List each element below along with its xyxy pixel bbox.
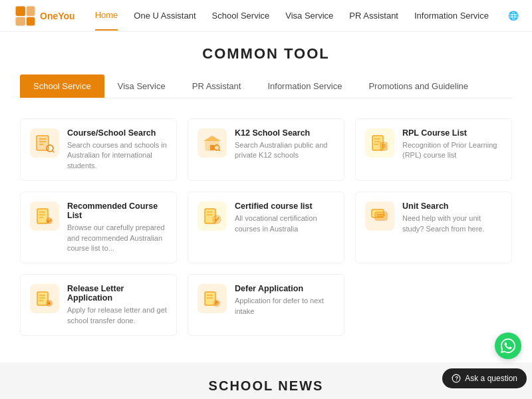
nav-visa-service[interactable]: Visa Service [285,1,333,30]
tab-pr-assistant[interactable]: PR Assistant [179,74,255,98]
release-letter-desc: Apply for release letter and get school … [67,305,167,326]
rpl-list-desc: Recognition of Prior Learning (RPL) cour… [402,140,502,161]
whatsapp-icon [501,338,515,353]
common-tool-section: COMMON TOOL School Service Visa Service … [0,32,532,362]
card-k12-search[interactable]: K12 School Search Search Australian publ… [188,118,344,181]
svg-text:?: ? [456,376,459,382]
course-search-desc: Search courses and schools in Australian… [67,140,167,171]
nav-information-service[interactable]: Information Service [414,1,489,30]
logo-icon [13,4,37,28]
common-tool-title: COMMON TOOL [20,45,512,63]
news-title: SCHOOL NEWS [20,378,512,394]
defer-app-icon [198,284,227,313]
nav-one-u-assistant[interactable]: One U Assistant [134,1,196,30]
certified-list-desc: All vocational certification courses in … [235,213,334,234]
rpl-list-text: RPL Course List Recognition of Prior Lea… [402,128,502,161]
recommended-list-text: Recommended Course List Browse our caref… [67,201,167,253]
svg-rect-21 [380,142,387,150]
logo-area[interactable]: OneYou [13,4,75,28]
certified-list-title: Certified course list [235,201,334,211]
tab-information-service[interactable]: Information Service [254,74,355,98]
svg-rect-4 [27,17,35,25]
k12-search-title: K12 School Search [235,128,334,138]
tab-school-service[interactable]: School Service [20,74,104,98]
unit-search-text: Unit Search Need help with your unit stu… [402,201,502,234]
nav-school-service[interactable]: School Service [212,1,270,30]
certified-list-icon [198,201,227,231]
svg-rect-1 [16,6,25,15]
language-icon[interactable]: 🌐 [508,11,519,21]
k12-search-icon [198,128,227,158]
logo-text: OneYou [40,11,75,21]
tab-promotions[interactable]: Promotions and Guideline [355,74,481,98]
course-search-text: Course/School Search Search courses and … [67,128,167,171]
card-unit-search[interactable]: Unit Search Need help with your unit stu… [355,192,512,263]
defer-app-desc: Application for defer to next intake [235,296,334,317]
svg-rect-3 [27,6,35,15]
card-defer-app[interactable]: Defer Application Application for defer … [188,274,344,336]
ask-question-button[interactable]: ? Ask a question [442,368,527,388]
recommended-list-title: Recommended Course List [67,201,167,220]
course-search-icon [30,128,59,158]
card-recommended-list[interactable]: Recommended Course List Browse our caref… [20,192,177,263]
nav-links: Home One U Assistant School Service Visa… [95,1,508,31]
navbar: OneYou Home One U Assistant School Servi… [0,0,532,32]
tab-visa-service[interactable]: Visa Service [104,74,179,98]
rpl-list-title: RPL Course List [402,128,502,138]
certified-list-text: Certified course list All vocational cer… [235,201,334,234]
release-letter-icon [30,284,59,313]
svg-line-16 [219,150,220,151]
service-tabs: School Service Visa Service PR Assistant… [20,74,512,98]
svg-rect-34 [375,212,387,220]
card-rpl-list[interactable]: RPL Course List Recognition of Prior Lea… [355,118,512,181]
svg-marker-13 [203,136,221,141]
svg-line-11 [53,151,54,152]
cards-grid: Course/School Search Search courses and … [20,112,512,342]
defer-app-text: Defer Application Application for defer … [235,284,334,317]
rpl-list-icon [365,128,394,158]
question-icon: ? [452,374,461,383]
whatsapp-fab[interactable] [495,332,521,359]
nav-pr-assistant[interactable]: PR Assistant [349,1,398,30]
nav-home[interactable]: Home [95,1,118,31]
unit-search-icon [365,201,394,231]
card-course-school-search[interactable]: Course/School Search Search courses and … [20,118,177,181]
svg-rect-2 [16,17,25,25]
unit-search-desc: Need help with your unit study? Search f… [402,213,502,234]
release-letter-title: Release Letter Application [67,284,167,303]
ask-question-label: Ask a question [465,374,517,383]
card-release-letter[interactable]: Release Letter Application Apply for rel… [20,274,177,336]
defer-app-title: Defer Application [235,284,334,293]
k12-search-desc: Search Australian public and private K12… [235,140,334,161]
svg-rect-14 [210,145,214,150]
course-search-title: Course/School Search [67,128,167,138]
release-letter-text: Release Letter Application Apply for rel… [67,284,167,326]
card-certified-list[interactable]: Certified course list All vocational cer… [188,192,344,263]
recommended-list-desc: Browse our carefully prepared and recomm… [67,223,167,253]
k12-search-text: K12 School Search Search Australian publ… [235,128,334,161]
unit-search-title: Unit Search [402,201,502,211]
recommended-list-icon [30,201,59,231]
